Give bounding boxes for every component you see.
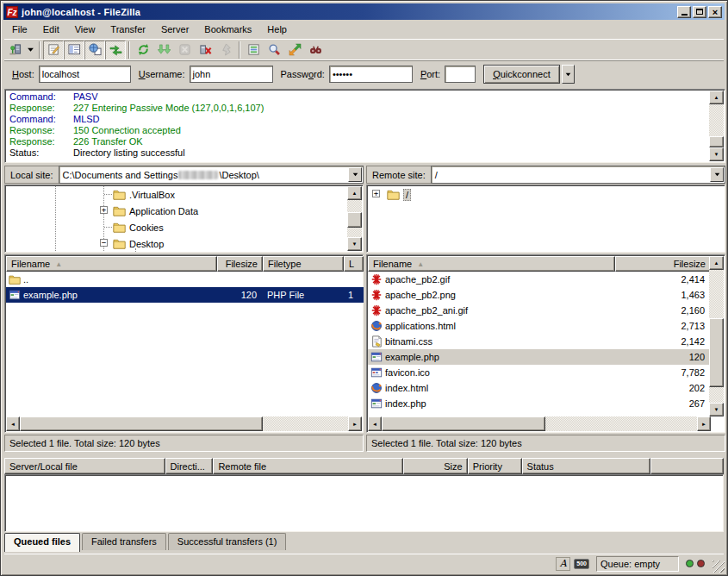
username-field[interactable]: john (190, 66, 273, 83)
queue-column-priority[interactable]: Priority (468, 458, 522, 474)
disconnect-button[interactable] (195, 41, 215, 60)
menu-view[interactable]: View (67, 22, 103, 36)
local-file-row-blank[interactable]: .. (6, 272, 364, 287)
process-queue-button[interactable] (153, 41, 174, 60)
queue-column-size[interactable]: Size (403, 458, 468, 474)
host-label: Host: (12, 69, 34, 79)
resize-grip[interactable] (712, 560, 725, 573)
site-manager-dropdown[interactable] (25, 41, 36, 60)
log-line-text: Directory listing successful (73, 147, 185, 159)
local-tree-item-virtualbox[interactable]: .VirtualBox (6, 186, 347, 203)
quickconnect-button[interactable]: Quickconnect (483, 65, 560, 84)
menu-transfer[interactable]: Transfer (103, 22, 153, 36)
remote-file-row-apache-pb2-gif[interactable]: apache_pb2.gif 2,414 (368, 272, 711, 287)
remote-file-row-example-php[interactable]: example.php 120 (368, 349, 711, 365)
sync-browse-button[interactable] (284, 41, 305, 60)
password-field[interactable]: •••••• (329, 66, 413, 83)
scrollbar-thumb[interactable] (709, 136, 724, 147)
tab-queued-files[interactable]: Queued files (4, 533, 80, 552)
queue-column-blank[interactable] (650, 458, 724, 474)
remote-file-row-apache-pb2-ani-gif[interactable]: apache_pb2_ani.gif 2,160 (368, 303, 711, 318)
scroll-down-icon[interactable]: ▼ (347, 237, 362, 251)
scroll-down-icon[interactable]: ▼ (709, 403, 724, 416)
speed-limit-icon[interactable]: 500 (574, 559, 589, 569)
toggle-transfer-queue-button[interactable] (105, 41, 126, 60)
scroll-right-icon[interactable]: ► (348, 416, 362, 431)
scroll-right-icon[interactable]: ► (697, 416, 711, 431)
remote-file-row-index-html[interactable]: index.html 202 (368, 380, 711, 396)
remote-path: / (435, 170, 438, 180)
local-column-filesize[interactable]: Filesize (217, 256, 263, 272)
queue-column-server-local-file[interactable]: Server/Local file (4, 458, 165, 474)
scroll-up-icon[interactable]: ▲ (709, 256, 724, 270)
remote-tree-item-root[interactable]: + / (368, 186, 724, 203)
compare-button[interactable] (264, 41, 284, 60)
remote-site-combo[interactable]: / (431, 166, 725, 184)
local-file-row-example-php[interactable]: example.php 120 PHP File 1 (6, 287, 364, 303)
message-log-scrollbar[interactable]: ▲ ▼ (709, 91, 724, 161)
remote-file-row-apache-pb2-png[interactable]: apache_pb2.png 1,463 (368, 287, 711, 303)
menu-file[interactable]: File (4, 22, 35, 36)
menu-bar: FileEditViewTransferServerBookmarksHelp (4, 21, 724, 38)
remote-column-filesize[interactable]: Filesize (615, 256, 711, 272)
toolbar-separator (128, 41, 130, 59)
quickconnect-dropdown-button[interactable] (562, 65, 575, 84)
remote-file-row-applications-html[interactable]: applications.html 2,713 (368, 318, 711, 334)
find-files-button[interactable] (305, 41, 326, 60)
minimize-icon (681, 14, 688, 16)
remote-vscrollbar[interactable]: ▲ ▼ (709, 256, 724, 416)
scroll-up-icon[interactable]: ▲ (347, 186, 362, 200)
scrollbar-thumb[interactable] (347, 212, 362, 228)
scrollbar-thumb[interactable] (20, 416, 263, 431)
local-tree-item-desktop[interactable]: −Desktop (6, 235, 347, 252)
queue-column-status[interactable]: Status (522, 458, 651, 474)
tab-successful-transfers-1[interactable]: Successful transfers (1) (168, 533, 287, 550)
filezilla-window: Fz john@localhost - FileZilla × FileEdit… (0, 0, 728, 576)
window-title: john@localhost - FileZilla (22, 7, 677, 17)
minimize-button[interactable] (677, 6, 691, 18)
toggle-remote-tree-button[interactable] (84, 41, 105, 60)
scroll-left-icon[interactable]: ◄ (6, 416, 20, 431)
expand-plus-icon[interactable]: + (100, 206, 108, 214)
toggle-message-log-button[interactable] (43, 41, 64, 60)
local-site-combo[interactable]: C:\Documents and Settings\Desktop\ (59, 166, 364, 184)
local-tree-item-application-data[interactable]: +Application Data (6, 203, 347, 219)
remote-site-dropdown-button[interactable] (710, 167, 724, 182)
port-field[interactable] (445, 66, 476, 83)
menu-bookmarks[interactable]: Bookmarks (196, 22, 259, 36)
username-label: Username: (139, 69, 185, 79)
remote-file-row-bitnami-css[interactable]: bitnami.css 2,142 (368, 334, 711, 349)
menu-server[interactable]: Server (153, 22, 196, 36)
collapse-minus-icon[interactable]: − (100, 239, 108, 247)
close-button[interactable]: × (708, 6, 722, 18)
local-tree-scrollbar[interactable]: ▲ ▼ (347, 186, 362, 251)
site-manager-button[interactable] (4, 41, 25, 60)
local-column-filetype[interactable]: Filetype (263, 256, 344, 272)
queue-column-directi[interactable]: Directi... (165, 458, 214, 474)
scrollbar-thumb[interactable] (709, 318, 724, 387)
expand-plus-icon[interactable]: + (372, 190, 380, 197)
tab-failed-transfers[interactable]: Failed transfers (82, 533, 166, 550)
local-site-dropdown-button[interactable] (348, 167, 362, 182)
host-field[interactable]: localhost (39, 66, 131, 83)
scroll-down-icon[interactable]: ▼ (709, 147, 724, 161)
local-column-filename[interactable]: Filename▲ (6, 256, 217, 272)
local-tree-item-cookies[interactable]: Cookies (6, 219, 347, 235)
remote-file-row-index-php[interactable]: index.php 267 (368, 396, 711, 411)
refresh-button[interactable] (133, 41, 153, 60)
local-column-l[interactable]: L (344, 256, 364, 272)
remote-file-row-favicon-ico[interactable]: favicon.ico 7,782 (368, 365, 711, 380)
scrollbar-thumb[interactable] (382, 416, 545, 431)
filter-button[interactable] (243, 41, 264, 60)
transfer-type-icon[interactable]: A (556, 557, 570, 571)
menu-help[interactable]: Help (259, 22, 295, 36)
scroll-up-icon[interactable]: ▲ (709, 91, 724, 104)
toggle-local-tree-button[interactable] (64, 41, 84, 60)
maximize-button[interactable] (693, 6, 706, 18)
menu-edit[interactable]: Edit (35, 22, 67, 36)
queue-column-remote-file[interactable]: Remote file (213, 458, 402, 474)
remote-column-filename[interactable]: Filename▲ (368, 256, 615, 272)
remote-hscrollbar[interactable]: ◄ ► (368, 416, 711, 431)
local-hscrollbar[interactable]: ◄ ► (6, 416, 362, 431)
scroll-left-icon[interactable]: ◄ (368, 416, 382, 431)
